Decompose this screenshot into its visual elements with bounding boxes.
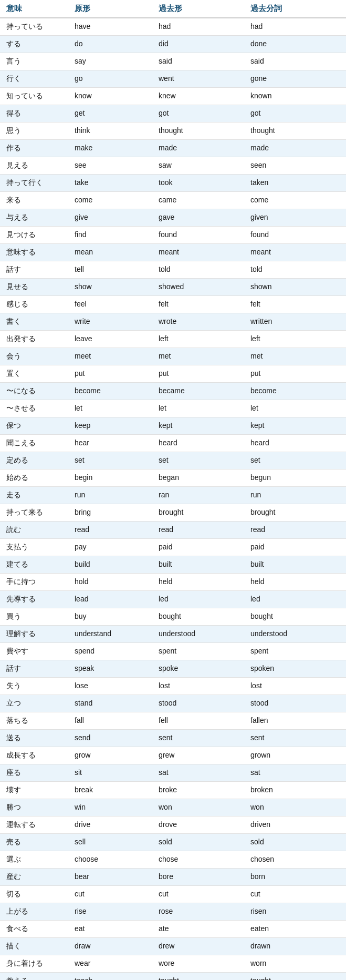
header-past: 過去形 xyxy=(156,2,248,15)
cell-meaning: 来る xyxy=(4,194,72,207)
main-table: 意味 原形 過去形 過去分詞 持っている have had had する do … xyxy=(0,0,346,980)
table-row: 思う think thought thought xyxy=(0,122,346,140)
cell-past: gave xyxy=(156,211,248,224)
cell-base: set xyxy=(72,454,156,467)
cell-meaning: 読む xyxy=(4,524,72,536)
cell-base: hear xyxy=(72,437,156,450)
cell-past: built xyxy=(156,558,248,571)
cell-base: drive xyxy=(72,819,156,831)
table-row: 言う say said said xyxy=(0,53,346,70)
cell-past: drove xyxy=(156,819,248,831)
cell-base: bring xyxy=(72,506,156,519)
table-row: 座る sit sat sat xyxy=(0,764,346,782)
cell-past: let xyxy=(156,402,248,415)
cell-meaning: 見える xyxy=(4,159,72,172)
cell-pp: written xyxy=(248,315,346,328)
cell-meaning: 定める xyxy=(4,454,72,467)
cell-meaning: 持って来る xyxy=(4,506,72,519)
cell-pp: made xyxy=(248,142,346,155)
cell-past: sent xyxy=(156,732,248,744)
cell-base: stand xyxy=(72,697,156,710)
cell-base: meet xyxy=(72,350,156,363)
cell-past: bore xyxy=(156,871,248,883)
cell-pp: sold xyxy=(248,836,346,849)
table-row: 感じる feel felt felt xyxy=(0,296,346,313)
cell-base: do xyxy=(72,38,156,50)
cell-pp: heard xyxy=(248,437,346,450)
table-row: 話す speak spoke spoken xyxy=(0,660,346,678)
cell-meaning: 手に持つ xyxy=(4,576,72,588)
cell-meaning: 行く xyxy=(4,73,72,85)
cell-base: fall xyxy=(72,714,156,727)
table-row: 作る make made made xyxy=(0,140,346,157)
table-row: 読む read read read xyxy=(0,522,346,539)
table-row: 送る send sent sent xyxy=(0,730,346,747)
cell-base: read xyxy=(72,524,156,536)
cell-base: say xyxy=(72,55,156,68)
cell-pp: known xyxy=(248,90,346,103)
table-row: 見つける find found found xyxy=(0,227,346,244)
cell-pp: said xyxy=(248,55,346,68)
cell-meaning: 教える xyxy=(4,975,72,980)
cell-past: cut xyxy=(156,888,248,901)
cell-base: come xyxy=(72,194,156,207)
cell-meaning: 落ちる xyxy=(4,714,72,727)
cell-pp: built xyxy=(248,558,346,571)
cell-meaning: 会う xyxy=(4,350,72,363)
cell-past: taught xyxy=(156,975,248,980)
cell-meaning: 選ぶ xyxy=(4,853,72,866)
cell-past: wrote xyxy=(156,315,248,328)
cell-past: felt xyxy=(156,298,248,311)
cell-meaning: 保つ xyxy=(4,420,72,432)
cell-meaning: 持っている xyxy=(4,21,72,33)
cell-pp: gone xyxy=(248,73,346,85)
table-row: する do did done xyxy=(0,36,346,53)
cell-pp: born xyxy=(248,871,346,883)
cell-pp: paid xyxy=(248,541,346,554)
cell-pp: held xyxy=(248,576,346,588)
table-row: 手に持つ hold held held xyxy=(0,574,346,591)
table-row: 聞こえる hear heard heard xyxy=(0,435,346,452)
cell-pp: taught xyxy=(248,975,346,980)
cell-base: cut xyxy=(72,888,156,901)
table-row: 書く write wrote written xyxy=(0,313,346,331)
cell-base: know xyxy=(72,90,156,103)
cell-base: find xyxy=(72,229,156,241)
cell-past: went xyxy=(156,73,248,85)
cell-meaning: 売る xyxy=(4,836,72,849)
table-header: 意味 原形 過去形 過去分詞 xyxy=(0,0,346,18)
cell-past: ran xyxy=(156,489,248,502)
cell-pp: felt xyxy=(248,298,346,311)
table-row: 運転する drive drove driven xyxy=(0,816,346,834)
cell-base: sit xyxy=(72,767,156,779)
cell-pp: led xyxy=(248,593,346,606)
cell-pp: cut xyxy=(248,888,346,901)
cell-meaning: 意味する xyxy=(4,246,72,259)
cell-meaning: 立つ xyxy=(4,697,72,710)
cell-base: draw xyxy=(72,940,156,953)
cell-pp: found xyxy=(248,229,346,241)
cell-meaning: 始める xyxy=(4,472,72,484)
cell-pp: read xyxy=(248,524,346,536)
cell-meaning: 持って行く xyxy=(4,177,72,189)
cell-past: read xyxy=(156,524,248,536)
cell-pp: risen xyxy=(248,905,346,918)
cell-past: ate xyxy=(156,923,248,935)
table-row: 行く go went gone xyxy=(0,70,346,88)
cell-meaning: 支払う xyxy=(4,541,72,554)
cell-past: bought xyxy=(156,610,248,623)
cell-pp: let xyxy=(248,402,346,415)
cell-base: write xyxy=(72,315,156,328)
cell-base: spend xyxy=(72,645,156,658)
cell-base: win xyxy=(72,801,156,814)
cell-meaning: 作る xyxy=(4,142,72,155)
table-row: 話す tell told told xyxy=(0,261,346,279)
cell-past: led xyxy=(156,593,248,606)
cell-meaning: 身に着ける xyxy=(4,957,72,970)
cell-meaning: 聞こえる xyxy=(4,437,72,450)
table-row: 持って来る bring brought brought xyxy=(0,504,346,522)
cell-pp: meant xyxy=(248,246,346,259)
cell-base: tell xyxy=(72,263,156,276)
table-row: 失う lose lost lost xyxy=(0,678,346,695)
table-row: 意味する mean meant meant xyxy=(0,244,346,261)
